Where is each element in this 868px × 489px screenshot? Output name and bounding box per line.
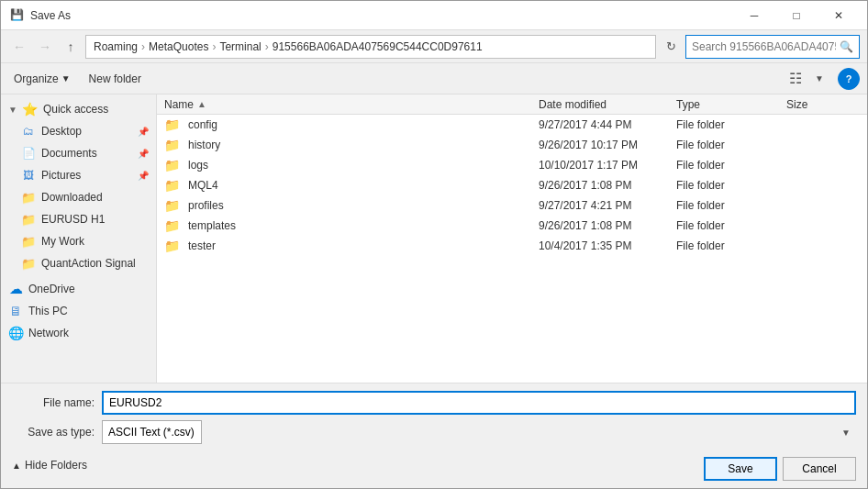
breadcrumb-sep-3: › xyxy=(265,40,269,53)
table-row[interactable]: 📁 templates 9/26/2017 1:08 PM File folde… xyxy=(157,216,867,236)
file-type: File folder xyxy=(676,118,786,131)
file-name: profiles xyxy=(188,199,224,212)
filename-row: File name: xyxy=(12,391,856,415)
mywork-folder-icon: 📁 xyxy=(21,234,36,249)
search-icon: 🔍 xyxy=(840,40,853,53)
sidebar-eurusd-label: EURUSD H1 xyxy=(41,213,105,226)
file-type: File folder xyxy=(676,239,786,252)
sidebar-item-documents[interactable]: 📄 Documents 📌 xyxy=(1,142,156,164)
breadcrumb-metaquotes[interactable]: MetaQuotes xyxy=(149,40,208,53)
organize-button[interactable]: Organize ▼ xyxy=(8,70,76,88)
save-as-dialog: 💾 Save As ─ □ ✕ ← → ↑ Roaming › MetaQuot… xyxy=(0,0,868,489)
file-name: templates xyxy=(188,219,236,232)
sidebar-item-eurusd[interactable]: 📁 EURUSD H1 xyxy=(1,208,156,230)
window-title: Save As xyxy=(30,9,733,22)
sidebar-mywork-label: My Work xyxy=(41,235,84,248)
sidebar-item-desktop[interactable]: 🗂 Desktop 📌 xyxy=(1,120,156,142)
table-row[interactable]: 📁 MQL4 9/26/2017 1:08 PM File folder xyxy=(157,175,867,195)
file-type: File folder xyxy=(676,199,786,212)
desktop-icon: 🗂 xyxy=(21,124,36,139)
sidebar-item-downloaded[interactable]: 📁 Downloaded xyxy=(1,186,156,208)
file-date: 9/26/2017 1:08 PM xyxy=(539,179,676,192)
file-name: logs xyxy=(188,159,208,172)
organize-bar: Organize ▼ New folder ☷ ▼ ? xyxy=(1,63,867,94)
breadcrumb-folder[interactable]: 915566BA06ADA407569C544CC0D97611 xyxy=(273,40,483,53)
search-input[interactable] xyxy=(692,40,836,53)
sidebar-quickaccess-header[interactable]: ▼ ⭐ Quick access xyxy=(1,98,156,120)
column-name-label: Name xyxy=(164,98,194,111)
sidebar-item-network[interactable]: 🌐 Network xyxy=(1,322,156,344)
sidebar-documents-label: Documents xyxy=(41,147,97,160)
folder-icon: 📁 xyxy=(164,117,179,132)
table-row[interactable]: 📁 config 9/27/2017 4:44 PM File folder xyxy=(157,115,867,135)
quick-access-section: ▼ ⭐ Quick access 🗂 Desktop 📌 📄 Documents… xyxy=(1,98,156,274)
organize-chevron-icon: ▼ xyxy=(61,73,71,83)
folder-icon: 📁 xyxy=(164,239,179,253)
view-dropdown-button[interactable]: ▼ xyxy=(808,68,830,90)
maximize-button[interactable]: □ xyxy=(775,1,818,30)
file-type: File folder xyxy=(676,179,786,192)
network-icon: 🌐 xyxy=(8,326,23,340)
folder-icon: 📁 xyxy=(164,158,179,172)
close-button[interactable]: ✕ xyxy=(818,1,860,30)
folder-icon: 📁 xyxy=(164,218,179,233)
breadcrumb-roaming[interactable]: Roaming xyxy=(94,40,138,53)
file-list: Name ▲ Date modified Type Size 📁 config … xyxy=(157,94,867,383)
file-type: File folder xyxy=(676,159,786,172)
breadcrumb[interactable]: Roaming › MetaQuotes › Terminal › 915566… xyxy=(85,35,656,59)
minimize-button[interactable]: ─ xyxy=(733,1,775,30)
sidebar-item-onedrive[interactable]: ☁ OneDrive xyxy=(1,278,156,300)
file-date: 9/27/2017 4:21 PM xyxy=(539,199,676,212)
sidebar-pictures-label: Pictures xyxy=(41,169,81,182)
table-row[interactable]: 📁 tester 10/4/2017 1:35 PM File folder xyxy=(157,236,867,256)
sidebar-item-mywork[interactable]: 📁 My Work xyxy=(1,230,156,252)
file-date: 9/26/2017 1:08 PM xyxy=(539,219,676,232)
sidebar-network-label: Network xyxy=(28,327,69,339)
sidebar: ▼ ⭐ Quick access 🗂 Desktop 📌 📄 Documents… xyxy=(1,94,157,383)
hide-folders-toggle[interactable]: ▲ Hide Folders xyxy=(12,457,87,473)
button-row: Save Cancel xyxy=(704,457,856,481)
documents-icon: 📄 xyxy=(21,146,36,161)
documents-pin-icon: 📌 xyxy=(138,149,149,159)
bottom-footer: ▲ Hide Folders Save Cancel xyxy=(12,450,856,481)
column-size[interactable]: Size xyxy=(786,98,860,111)
sidebar-thispc-label: This PC xyxy=(28,305,68,317)
back-button[interactable]: ← xyxy=(8,36,30,58)
refresh-button[interactable]: ↻ xyxy=(660,36,682,58)
sidebar-downloaded-label: Downloaded xyxy=(41,191,103,204)
sort-arrow-icon: ▲ xyxy=(197,99,206,109)
forward-button[interactable]: → xyxy=(34,36,56,58)
titlebar: 💾 Save As ─ □ ✕ xyxy=(1,1,867,30)
column-name[interactable]: Name ▲ xyxy=(164,98,539,111)
cancel-button[interactable]: Cancel xyxy=(783,457,856,481)
sidebar-item-quantaction[interactable]: 📁 QuantAction Signal xyxy=(1,252,156,274)
quantaction-folder-icon: 📁 xyxy=(21,256,36,271)
breadcrumb-sep-2: › xyxy=(212,40,216,53)
window-controls: ─ □ ✕ xyxy=(733,1,860,30)
table-row[interactable]: 📁 history 9/26/2017 10:17 PM File folder xyxy=(157,135,867,155)
saveas-wrapper: ASCII Text (*.csv) CSV (*.csv) Text (*.t… xyxy=(102,420,856,444)
sidebar-item-thispc[interactable]: 🖥 This PC xyxy=(1,300,156,322)
table-row[interactable]: 📁 profiles 9/27/2017 4:21 PM File folder xyxy=(157,195,867,216)
file-date: 10/10/2017 1:17 PM xyxy=(539,159,676,172)
new-folder-button[interactable]: New folder xyxy=(83,70,147,88)
saveas-chevron-icon: ▼ xyxy=(841,428,851,438)
table-row[interactable]: 📁 logs 10/10/2017 1:17 PM File folder xyxy=(157,155,867,175)
column-date[interactable]: Date modified xyxy=(539,98,676,111)
organize-label: Organize xyxy=(14,72,59,85)
up-button[interactable]: ↑ xyxy=(60,36,82,58)
save-button[interactable]: Save xyxy=(704,457,777,481)
main-area: ▼ ⭐ Quick access 🗂 Desktop 📌 📄 Documents… xyxy=(1,94,867,383)
breadcrumb-terminal[interactable]: Terminal xyxy=(219,40,261,53)
pictures-icon: 🖼 xyxy=(21,168,36,183)
eurusd-folder-icon: 📁 xyxy=(21,212,36,227)
file-name: config xyxy=(188,118,217,131)
help-button[interactable]: ? xyxy=(838,68,860,90)
column-type[interactable]: Type xyxy=(676,98,786,111)
saveas-select[interactable]: ASCII Text (*.csv) CSV (*.csv) Text (*.t… xyxy=(102,420,202,444)
file-name: tester xyxy=(188,239,216,252)
sidebar-item-pictures[interactable]: 🖼 Pictures 📌 xyxy=(1,164,156,186)
downloaded-folder-icon: 📁 xyxy=(21,190,36,205)
view-button[interactable]: ☷ xyxy=(785,68,807,90)
filename-input[interactable] xyxy=(102,391,856,415)
